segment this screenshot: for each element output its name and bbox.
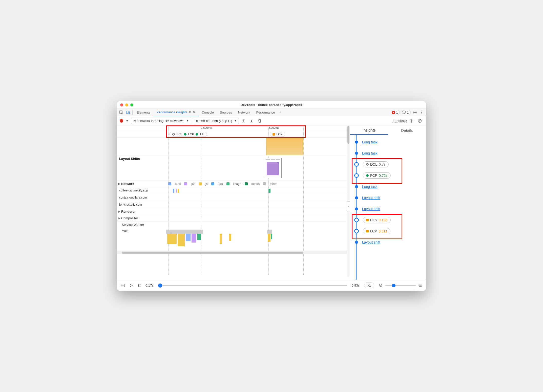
horizontal-scrollbar[interactable] bbox=[117, 251, 350, 254]
tab-elements[interactable]: Elements bbox=[134, 109, 153, 116]
delete-icon[interactable] bbox=[258, 119, 263, 123]
close-tab-icon[interactable]: ✕ bbox=[193, 110, 196, 114]
device-toggle-icon[interactable] bbox=[125, 109, 131, 116]
insight-link[interactable]: Long task bbox=[362, 151, 378, 155]
insight-link[interactable]: Layout shift bbox=[362, 240, 380, 244]
zoom-window[interactable] bbox=[130, 103, 133, 106]
tab-console[interactable]: Console bbox=[199, 109, 217, 116]
insight-link[interactable]: Long task bbox=[362, 140, 378, 144]
insight-metric[interactable]: FCP 0.72s bbox=[356, 170, 423, 181]
section-label: Layout Shifts bbox=[119, 157, 140, 161]
throttling-select[interactable]: No network throttling, 4× slowdown ▼ bbox=[131, 118, 191, 124]
tabs-overflow[interactable]: » bbox=[278, 109, 283, 116]
insight-item[interactable]: Layout shift bbox=[356, 203, 423, 214]
insight-link[interactable]: Layout shift bbox=[362, 207, 380, 211]
insight-metric[interactable]: CLS 0.193 bbox=[356, 214, 423, 226]
tab-insights[interactable]: Insights bbox=[350, 126, 388, 135]
insight-link[interactable]: Long task bbox=[362, 185, 378, 189]
network-header[interactable]: ▶ Network html css js font image media o… bbox=[117, 181, 350, 187]
record-menu-chevron-icon[interactable]: ▼ bbox=[126, 119, 129, 122]
close-window[interactable] bbox=[120, 103, 123, 106]
insights-toolbar: ▼ No network throttling, 4× slowdown ▼ c… bbox=[117, 116, 426, 125]
play-icon[interactable] bbox=[129, 284, 133, 287]
settings-icon[interactable] bbox=[412, 109, 418, 116]
inspect-icon[interactable] bbox=[118, 109, 125, 116]
feedback-link[interactable]: Feedback bbox=[393, 119, 407, 123]
metric-value: 3.31s bbox=[379, 229, 387, 233]
expand-icon[interactable]: ▶ bbox=[118, 217, 120, 220]
main-thread-row[interactable]: Main … bbox=[117, 228, 350, 251]
svg-point-4 bbox=[411, 120, 412, 121]
speed-pill[interactable]: x1 bbox=[364, 282, 374, 288]
zoom-in-icon[interactable] bbox=[418, 284, 422, 288]
network-row[interactable]: cdnjs.cloudflare.com bbox=[117, 194, 350, 201]
filmstrip[interactable] bbox=[117, 138, 350, 155]
expand-icon[interactable]: ▶ bbox=[118, 210, 120, 213]
insight-metric[interactable]: LCP 3.31s bbox=[356, 226, 423, 237]
layout-shifts-track[interactable]: Layout Shifts bbox=[117, 155, 350, 181]
square-icon bbox=[273, 133, 275, 136]
network-row[interactable]: fonts.gstatic.com bbox=[117, 201, 350, 208]
marker-label: FCP bbox=[188, 133, 194, 136]
bar bbox=[268, 189, 270, 193]
playback-slider[interactable] bbox=[158, 285, 347, 286]
legend-label: css bbox=[191, 182, 195, 186]
page-select[interactable]: coffee-cart.netlify.app (1) ▼ bbox=[194, 118, 239, 124]
minimize-window[interactable] bbox=[125, 103, 128, 106]
main-area: 1,600ms 3,200ms DCL FCP TTI bbox=[117, 125, 426, 280]
tab-label: Elements bbox=[137, 111, 150, 114]
show-console-icon[interactable] bbox=[121, 284, 125, 288]
expand-icon[interactable]: ▶ bbox=[118, 182, 120, 185]
insight-metric[interactable]: DCL 0.7s bbox=[356, 159, 423, 170]
marker-pill[interactable]: LCP bbox=[270, 132, 285, 137]
panel-collapse-button[interactable]: › bbox=[347, 201, 350, 211]
insight-item[interactable]: Long task bbox=[356, 137, 423, 148]
more-icon[interactable]: ⋮ bbox=[418, 109, 425, 116]
zoom-out-icon[interactable] bbox=[379, 284, 383, 288]
task-overflow-label: … bbox=[170, 230, 172, 233]
network-row[interactable]: coffee-cart.netlify.app bbox=[117, 187, 350, 194]
zoom-control bbox=[379, 284, 422, 288]
record-button[interactable] bbox=[120, 119, 123, 123]
insight-item[interactable]: Layout shift bbox=[356, 192, 423, 203]
tab-performance-insights[interactable]: Performance insights ⚗︎ ✕ bbox=[153, 109, 199, 116]
task-bar bbox=[267, 230, 272, 234]
section-label: Renderer bbox=[121, 210, 136, 213]
import-icon[interactable] bbox=[249, 119, 255, 123]
legend-swatch bbox=[184, 182, 187, 185]
svg-text:?: ? bbox=[419, 120, 420, 122]
time-ruler[interactable]: 1,600ms 3,200ms bbox=[117, 125, 350, 131]
insight-item[interactable]: Long task bbox=[356, 181, 423, 192]
insight-link[interactable]: Layout shift bbox=[362, 196, 380, 200]
marker-pill[interactable]: DCL FCP TTI bbox=[170, 132, 207, 137]
metric-name: DCL bbox=[370, 162, 377, 166]
export-icon[interactable] bbox=[241, 119, 247, 123]
message-count-badge[interactable]: 💬 1 bbox=[401, 110, 411, 115]
timeline-node-icon bbox=[355, 196, 358, 199]
throttling-label: No network throttling, 4× slowdown bbox=[133, 119, 184, 123]
tab-performance[interactable]: Performance bbox=[253, 109, 278, 116]
renderer-header[interactable]: ▶ Renderer bbox=[117, 208, 350, 215]
panel-settings-icon[interactable] bbox=[410, 119, 415, 123]
dot-icon bbox=[366, 174, 369, 177]
flame-bar bbox=[268, 234, 270, 242]
insights-list[interactable]: Long task Long task DCL 0.7s FCP 0.72s L… bbox=[350, 135, 426, 280]
zoom-slider[interactable] bbox=[385, 285, 416, 286]
tab-details[interactable]: Details bbox=[388, 126, 426, 135]
layout-shift-thumb[interactable] bbox=[264, 158, 282, 178]
tab-sources[interactable]: Sources bbox=[217, 109, 235, 116]
insight-item[interactable]: Layout shift bbox=[356, 237, 423, 248]
vertical-scrollbar[interactable] bbox=[347, 125, 350, 277]
timeline-node-icon bbox=[354, 218, 359, 222]
insight-item[interactable]: Long task bbox=[356, 148, 423, 159]
error-count-badge[interactable]: ✕ 1 bbox=[391, 110, 400, 115]
legend-label: image bbox=[233, 182, 241, 186]
legend-label: js bbox=[205, 182, 208, 186]
service-worker-row[interactable]: Service Worker bbox=[117, 222, 350, 228]
tab-network[interactable]: Network bbox=[235, 109, 253, 116]
compositor-row[interactable]: ▶ Compositor bbox=[117, 215, 350, 222]
rewind-icon[interactable] bbox=[137, 284, 141, 287]
tab-strip: Elements Performance insights ⚗︎ ✕ Conso… bbox=[117, 109, 426, 116]
legend-label: media bbox=[251, 182, 260, 186]
help-icon[interactable]: ? bbox=[418, 119, 423, 123]
